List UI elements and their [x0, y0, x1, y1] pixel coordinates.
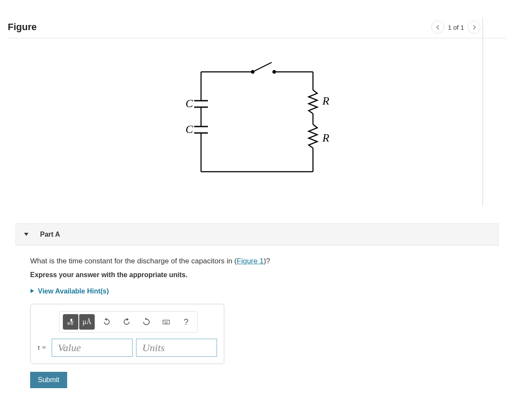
answer-instruction: Express your answer with the appropriate… [30, 271, 484, 279]
special-chars-button[interactable]: µÅ [79, 314, 95, 330]
value-input[interactable]: Value [52, 339, 133, 357]
view-hints-toggle[interactable]: View Available Hint(s) [30, 287, 484, 295]
template-button[interactable] [63, 314, 78, 330]
svg-marker-21 [31, 289, 34, 293]
svg-point-32 [167, 321, 168, 322]
svg-point-11 [251, 71, 254, 73]
vertical-divider [483, 17, 483, 207]
pager-label: 1 of 1 [448, 24, 464, 31]
label-R2: R [322, 132, 329, 144]
svg-marker-28 [146, 318, 148, 320]
circuit-diagram: C C R R [8, 38, 506, 210]
svg-marker-27 [127, 318, 129, 321]
undo-button[interactable] [99, 314, 115, 330]
help-button[interactable]: ? [178, 314, 194, 330]
question-text: What is the time constant for the discha… [30, 255, 484, 267]
keyboard-icon [162, 318, 170, 326]
keyboard-button[interactable] [158, 314, 174, 330]
svg-point-10 [273, 71, 276, 73]
answer-panel: µÅ ? [30, 304, 224, 364]
units-input[interactable]: Units [136, 339, 217, 357]
svg-marker-26 [105, 318, 107, 321]
caret-down-icon [24, 231, 29, 238]
question-mark-icon: ? [183, 317, 188, 327]
hints-label: View Available Hint(s) [38, 287, 109, 295]
part-a-header[interactable]: Part A [15, 223, 499, 246]
figure-pager: 1 of 1 [431, 21, 480, 34]
equation-toolbar: µÅ ? [59, 311, 198, 333]
figure-title: Figure [8, 22, 37, 33]
pager-next-button[interactable] [468, 21, 480, 34]
redo-icon [122, 318, 131, 326]
label-R1: R [322, 95, 329, 107]
answer-input-row: τ = Value Units [37, 339, 217, 357]
mu-angstrom-icon: µÅ [83, 318, 92, 326]
svg-line-9 [253, 62, 272, 72]
chevron-right-icon [472, 25, 477, 30]
part-a-section: Part A What is the time constant for the… [15, 223, 499, 398]
value-placeholder: Value [58, 342, 81, 354]
caret-right-icon [30, 287, 34, 295]
units-placeholder: Units [142, 342, 165, 354]
svg-rect-29 [163, 320, 170, 324]
label-C1: C [186, 97, 193, 110]
label-C2: C [186, 123, 193, 136]
fraction-template-icon [66, 318, 75, 326]
pager-prev-button[interactable] [431, 21, 444, 34]
reset-icon [142, 318, 151, 326]
question-pre: What is the time constant for the discha… [30, 257, 237, 265]
figure-link[interactable]: Figure 1 [237, 257, 263, 265]
svg-marker-20 [24, 233, 28, 236]
submit-button[interactable]: Submit [30, 372, 67, 388]
reset-button[interactable] [139, 314, 154, 330]
lhs-label: τ = [37, 344, 46, 352]
part-a-body: What is the time constant for the discha… [15, 246, 499, 398]
figure-header: Figure 1 of 1 [8, 21, 506, 38]
svg-rect-33 [165, 323, 168, 324]
svg-rect-22 [68, 322, 70, 325]
question-post: )? [263, 257, 270, 265]
svg-point-30 [164, 321, 165, 322]
chevron-left-icon [436, 25, 440, 30]
svg-rect-23 [71, 319, 72, 321]
svg-rect-24 [71, 323, 73, 325]
part-a-title: Part A [40, 231, 60, 238]
svg-point-31 [165, 321, 166, 322]
undo-icon [102, 318, 111, 326]
redo-button[interactable] [119, 314, 134, 330]
